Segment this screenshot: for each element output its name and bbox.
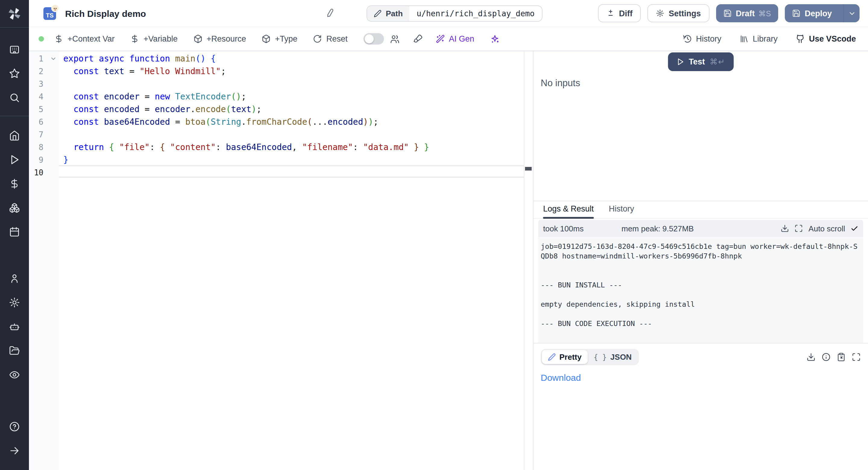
- folder-open-icon: [9, 345, 20, 358]
- line-number: 6: [29, 116, 43, 128]
- add-type-button[interactable]: +Type: [262, 34, 298, 43]
- download-logs-icon[interactable]: [781, 224, 789, 232]
- pencil-icon: [374, 10, 381, 18]
- editor-overview-ruler[interactable]: [524, 51, 524, 470]
- code-line[interactable]: 6 const base64Encoded = btoa(String.from…: [29, 116, 533, 128]
- sidebar-item-resources[interactable]: [0, 197, 29, 221]
- draft-shortcut: ⌘S: [758, 9, 771, 18]
- ai-gen-button[interactable]: AI Gen: [435, 34, 474, 43]
- code-line[interactable]: 7: [29, 128, 533, 141]
- line-number: 4: [29, 90, 43, 103]
- code-text: const encoder = new TextEncoder();: [63, 90, 533, 103]
- package-icon: [262, 34, 271, 43]
- add-variable-button[interactable]: +Variable: [130, 34, 178, 43]
- code-line[interactable]: 2 const text = "Hello Windmill";: [29, 65, 533, 78]
- eye-icon: [9, 369, 20, 383]
- format-button[interactable]: [412, 34, 422, 44]
- line-number: 8: [29, 141, 43, 154]
- sidebar-item-variables[interactable]: [0, 173, 29, 197]
- gear-icon: [9, 297, 20, 310]
- check-icon[interactable]: [850, 224, 858, 232]
- deploy-more-button[interactable]: [843, 4, 860, 22]
- use-vscode-button[interactable]: Use VScode: [796, 34, 856, 43]
- play-icon: [676, 58, 684, 66]
- code-line[interactable]: 1export async function main() {: [29, 53, 533, 65]
- inputs-section: Test ⌘↵ No inputs: [533, 51, 868, 201]
- path-value: u/henri/rich_display_demo: [409, 6, 541, 21]
- settings-button[interactable]: Settings: [648, 4, 710, 22]
- star-icon: [9, 68, 20, 81]
- sidebar-item-runs[interactable]: [0, 149, 29, 173]
- windmill-logo[interactable]: [0, 0, 29, 28]
- sidebar-item-settings[interactable]: [0, 292, 29, 316]
- code-editor[interactable]: 1export async function main() {2 const t…: [29, 51, 533, 470]
- no-inputs-text: No inputs: [541, 78, 580, 89]
- search-icon: [9, 92, 20, 105]
- dollar-icon: [54, 34, 63, 43]
- code-line[interactable]: 8 return { "file": { "content": base64En…: [29, 141, 533, 154]
- sidebar-item-home[interactable]: [0, 125, 29, 149]
- line-number: 7: [29, 128, 43, 141]
- fold-chevron-icon[interactable]: [43, 56, 63, 62]
- sidebar-item-favorites[interactable]: [0, 63, 29, 87]
- sparkles-button[interactable]: [490, 34, 499, 44]
- run-meta-bar: took 100ms mem peak: 9.527MB Auto scroll: [538, 220, 863, 237]
- diff-button[interactable]: Diff: [598, 4, 641, 22]
- code-line[interactable]: 10: [29, 166, 533, 179]
- library-button[interactable]: Library: [739, 34, 778, 43]
- sidebar-item-schedules[interactable]: [0, 221, 29, 245]
- windmill-script-editor: TS Rich Display demo Path u/henri/rich_d…: [0, 0, 868, 470]
- json-toggle[interactable]: { } JSON: [588, 350, 638, 364]
- expand-logs-icon[interactable]: [795, 224, 803, 232]
- deploy-button[interactable]: Deploy: [785, 4, 860, 22]
- draft-button[interactable]: Draft ⌘S: [716, 4, 778, 22]
- arrow-right-icon: [9, 445, 20, 459]
- multiplayer-button[interactable]: [390, 34, 399, 44]
- reset-button[interactable]: Reset: [313, 34, 348, 43]
- code-text: return { "file": { "content": base64Enco…: [63, 141, 533, 154]
- sidebar-item-user[interactable]: [0, 268, 29, 292]
- sidebar-item-workers[interactable]: [0, 316, 29, 340]
- info-icon[interactable]: [822, 352, 831, 362]
- test-button[interactable]: Test ⌘↵: [668, 53, 734, 71]
- robot-icon: [9, 321, 20, 335]
- code-line[interactable]: 4 const encoder = new TextEncoder();: [29, 90, 533, 103]
- path-selector[interactable]: Path u/henri/rich_display_demo: [367, 5, 542, 22]
- panel-tabs: Logs & Result History: [533, 201, 868, 219]
- sidebar-item-collapse[interactable]: [0, 440, 29, 464]
- sidebar-item-folders[interactable]: [0, 340, 29, 364]
- chevron-down-icon: [848, 9, 856, 17]
- code-line[interactable]: 5 const encoded = encoder.encode(text);: [29, 103, 533, 116]
- tab-logs-result[interactable]: Logs & Result: [543, 204, 594, 218]
- mem-peak: mem peak: 9.527MB: [621, 224, 694, 233]
- sidebar-item-workspace[interactable]: [0, 38, 29, 63]
- download-result-icon[interactable]: [807, 352, 815, 362]
- tab-history[interactable]: History: [609, 204, 634, 218]
- reset-icon: [313, 34, 322, 43]
- code-line[interactable]: 3: [29, 78, 533, 90]
- code-text: const text = "Hello Windmill";: [63, 65, 533, 78]
- edit-summary-button[interactable]: [324, 8, 335, 21]
- logs-section: Logs & Result History took 100ms mem pea…: [533, 201, 868, 343]
- log-output[interactable]: job=01912d75-163d-8204-47c9-5469c516cb1e…: [538, 237, 863, 343]
- code-line[interactable]: 9}: [29, 154, 533, 166]
- status-dot: [38, 36, 44, 41]
- history-button[interactable]: History: [683, 34, 721, 43]
- line-number: 3: [29, 78, 43, 90]
- copy-json-icon[interactable]: [837, 352, 846, 362]
- diff-mode-toggle[interactable]: [363, 33, 384, 44]
- line-number: 2: [29, 65, 43, 78]
- boxes-icon: [9, 202, 20, 216]
- expand-result-icon[interactable]: [852, 352, 861, 362]
- sidebar-item-help[interactable]: [0, 416, 29, 440]
- dollar-icon: [9, 178, 20, 192]
- add-context-var-button[interactable]: +Context Var: [54, 34, 115, 43]
- add-resource-button[interactable]: +Resource: [193, 34, 246, 43]
- download-link[interactable]: Download: [541, 372, 581, 383]
- sidebar-item-audit-logs[interactable]: [0, 364, 29, 388]
- pretty-toggle[interactable]: Pretty: [542, 350, 588, 364]
- result-view-switcher: Pretty { } JSON: [541, 349, 639, 365]
- sparkles-icon: [490, 34, 499, 44]
- cursor-position-marker: [525, 167, 532, 170]
- sidebar-item-search[interactable]: [0, 87, 29, 111]
